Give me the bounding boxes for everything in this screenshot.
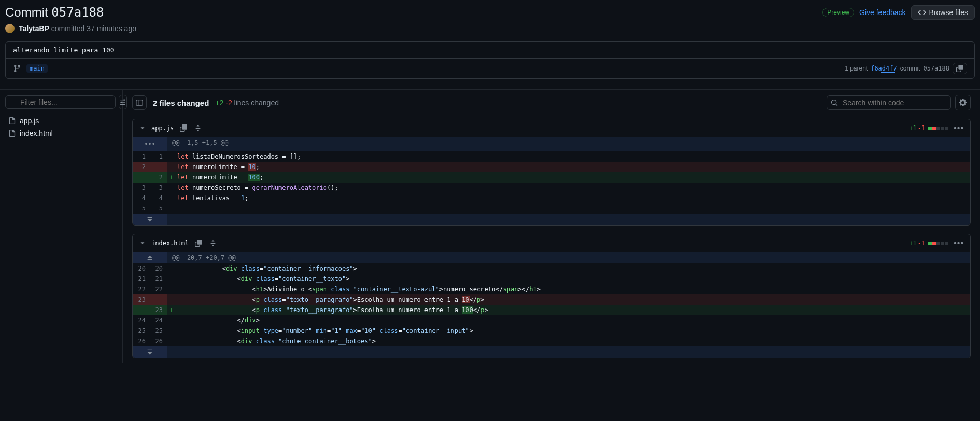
sidebar-icon [136,99,143,106]
expand-down-icon [146,216,153,223]
old-line-number[interactable]: 20 [133,263,150,274]
browse-files-button[interactable]: Browse files [911,5,975,20]
old-line-number[interactable]: 3 [133,183,150,193]
diff-line: 20 20 <div class="container__informacoes… [133,263,970,274]
new-line-number[interactable]: 26 [150,336,167,346]
new-line-number[interactable]: 5 [150,203,167,214]
diff-line: 26 26 <div class="chute container__botoe… [133,336,970,346]
filter-files-input[interactable] [5,95,116,109]
new-line-number[interactable] [150,162,167,172]
search-code-input[interactable] [827,95,951,110]
avatar[interactable] [5,24,15,33]
diff-settings-button[interactable] [955,95,971,110]
old-line-number[interactable]: 5 [133,203,150,214]
copy-icon [195,240,202,247]
file-tree-item[interactable]: index.html [5,127,117,139]
diff-line: 1 1 let listaDeNumerosSorteados = []; [133,151,970,162]
new-line-number[interactable]: 2 [150,172,167,183]
diff-line: 23 - <p class="texto__paragrafo">Escolha… [133,294,970,305]
file-icon [8,117,16,124]
collapse-file-button[interactable] [139,240,146,247]
old-line-number[interactable]: 4 [133,193,150,203]
gear-icon [959,99,967,107]
files-changed-count: 2 files changed [153,99,209,107]
diff-line: 3 3 let numeroSecreto = gerarNumeroAleat… [133,183,970,193]
file-menu-button[interactable]: ••• [954,123,964,133]
svg-rect-3 [136,100,143,106]
file-name: index.html [20,129,53,137]
expand-hunk-button[interactable]: ••• [133,137,167,151]
chevron-down-icon [139,240,146,247]
preview-badge: Preview [822,8,854,17]
old-line-number[interactable]: 21 [133,274,150,284]
new-line-number[interactable]: 1 [150,151,167,162]
old-line-number[interactable] [133,305,150,315]
diff-line: 23 + <p class="texto__paragrafo">Escolha… [133,305,970,315]
old-line-number[interactable]: 23 [133,294,150,305]
diff-line: 21 21 <div class="container__texto"> [133,274,970,284]
diff-file-name[interactable]: index.html [151,240,189,247]
old-line-number[interactable]: 2 [133,162,150,172]
new-line-number[interactable]: 4 [150,193,167,203]
copy-icon [956,65,963,72]
give-feedback-link[interactable]: Give feedback [859,8,906,17]
diff-line: 24 24 </div> [133,315,970,326]
new-line-number[interactable]: 20 [150,263,167,274]
branch-icon [13,64,21,73]
diff-line: 4 4 let tentativas = 1; [133,193,970,203]
expand-down-button[interactable] [133,214,167,225]
expand-down-button[interactable] [133,346,167,358]
diff-line: 25 25 <input type="number" min="1" max="… [133,326,970,336]
additions-count: +2 [215,99,223,107]
commit-message: alterando limite para 100 [6,42,974,58]
old-line-number[interactable]: 1 [133,151,150,162]
copy-path-button[interactable] [194,238,203,248]
parent-count: 1 parent [845,65,868,72]
toggle-sidebar-button[interactable] [132,95,147,110]
old-line-number[interactable]: 24 [133,315,150,326]
unfold-icon [209,240,217,247]
copy-path-button[interactable] [179,123,188,133]
diff-stat: +1 -1 [909,240,948,247]
branch-label[interactable]: main [26,64,48,73]
new-line-number[interactable]: 3 [150,183,167,193]
new-line-number[interactable]: 25 [150,326,167,336]
page-title: Commit 057a188 [5,5,104,20]
expand-hunk-button[interactable] [133,252,167,263]
diff-line: 2 - let numeroLimite = 10; [133,162,970,172]
expand-up-icon [146,254,153,261]
expand-all-button[interactable] [193,123,203,133]
new-line-number[interactable]: 23 [150,305,167,315]
new-line-number[interactable]: 21 [150,274,167,284]
diff-line: 22 22 <h1>Adivinhe o <span class="contai… [133,284,970,294]
new-line-number[interactable]: 22 [150,284,167,294]
diff-file-name[interactable]: app.js [151,124,174,132]
file-tree-item[interactable]: app.js [5,115,117,127]
author-row: TalytaBP committed 37 minutes ago [5,24,975,33]
file-icon [8,130,16,137]
expand-all-button[interactable] [208,238,218,248]
copy-icon [180,124,187,132]
old-line-number[interactable]: 26 [133,336,150,346]
copy-hash-button[interactable] [953,63,967,74]
diff-line: 5 5 [133,203,970,214]
new-line-number[interactable] [150,294,167,305]
diff-stat: +1 -1 [909,124,948,132]
commit-hash: 057a188 [923,65,949,72]
old-line-number[interactable]: 22 [133,284,150,294]
author-name[interactable]: TalytaBP [19,24,49,33]
hunk-header: @@ -20,7 +20,7 @@ [167,252,970,263]
unfold-icon [194,124,202,132]
old-line-number[interactable]: 25 [133,326,150,336]
deletions-count: -2 [225,99,232,107]
collapse-file-button[interactable] [139,124,146,132]
code-icon [918,8,926,17]
old-line-number[interactable] [133,172,150,183]
new-line-number[interactable]: 24 [150,315,167,326]
file-menu-button[interactable]: ••• [954,238,964,248]
file-name: app.js [20,117,39,125]
search-icon [831,99,838,106]
parent-hash-link[interactable]: f6ad4f7 [871,65,897,73]
chevron-down-icon [139,124,146,132]
lines-changed-label: lines changed [234,99,279,107]
